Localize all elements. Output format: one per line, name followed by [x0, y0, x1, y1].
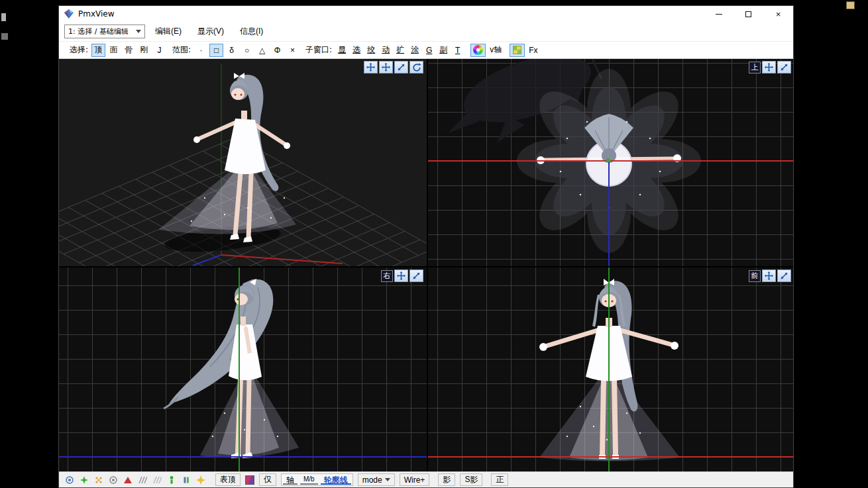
vaxis-toggle[interactable]: v轴: [487, 44, 504, 57]
subwindow-select-button[interactable]: 选: [350, 44, 363, 57]
chevron-down-icon: [385, 478, 390, 481]
close-button[interactable]: ×: [763, 6, 793, 22]
fx-toggle[interactable]: Fx: [526, 44, 540, 57]
subwindow-paint-button[interactable]: 涂: [408, 44, 421, 57]
view-label-front: 前: [749, 270, 761, 282]
display-mode-group: 轴 M/b 轮廓线: [281, 473, 353, 486]
pan-icon: [382, 63, 390, 72]
range-label: 范围:: [172, 44, 191, 56]
grid-icon: [513, 46, 521, 54]
orbit-icon: [412, 63, 421, 72]
axis-z-line: [608, 161, 610, 266]
maximize-button[interactable]: [733, 6, 763, 22]
viewport-right[interactable]: 右: [59, 268, 427, 471]
view-zoom-button[interactable]: [394, 61, 408, 73]
viewport-top[interactable]: 上: [428, 59, 793, 266]
select-bone-button[interactable]: 骨: [122, 44, 136, 57]
axis-y-line: [608, 268, 610, 471]
wire-plus-button[interactable]: Wire+: [400, 473, 430, 486]
hatch-light-icon[interactable]: [152, 475, 162, 485]
status-bar: 表顶 仅 轴 M/b 轮廓线 mode Wire+ 影 S影 正: [59, 471, 793, 487]
screen: PmxView × 1: 选择 / 基础编辑 编辑(E) 显示(V) 信息(I)…: [0, 0, 868, 488]
shadow-toggle[interactable]: 影: [438, 473, 455, 486]
character-model-top: [428, 59, 793, 266]
select-face-button[interactable]: 面: [107, 44, 121, 57]
view-pan-button[interactable]: [762, 269, 776, 282]
front-view-controls: 前: [749, 269, 791, 282]
viewport-area: 上: [59, 59, 793, 471]
viewport-perspective[interactable]: [59, 59, 427, 266]
figure-green-icon[interactable]: [166, 475, 176, 485]
character-model-front: [428, 268, 793, 471]
color-wheel-toggle[interactable]: [470, 44, 486, 57]
perspective-view-controls: [364, 61, 423, 73]
maximize-icon: [745, 11, 751, 17]
sparkle-green-icon[interactable]: [79, 475, 89, 485]
color-wheel-icon: [473, 45, 483, 55]
mb-toggle[interactable]: M/b: [300, 475, 318, 485]
select-rigid-button[interactable]: 刚: [137, 44, 151, 57]
subwindow-weave-button[interactable]: 绞: [364, 44, 378, 57]
view-orbit-button[interactable]: [409, 61, 423, 73]
subwindow-display-button[interactable]: 显: [335, 44, 349, 57]
menu-edit[interactable]: 编辑(E): [149, 23, 188, 40]
axis-x-line: [428, 456, 793, 458]
subwindow-extend-button[interactable]: 扩: [394, 44, 407, 57]
app-icon: [64, 9, 74, 19]
outline-toggle[interactable]: 轮廓线: [321, 475, 351, 485]
edit-mode-dropdown[interactable]: 1: 选择 / 基础编辑: [64, 24, 145, 38]
subwindow-motion-button[interactable]: 动: [379, 44, 392, 57]
character-model-perspective: [59, 59, 427, 266]
minimize-button[interactable]: [704, 6, 733, 22]
title-bar[interactable]: PmxView ×: [59, 6, 793, 22]
normal-button[interactable]: 正: [491, 473, 508, 486]
view-pan-button[interactable]: [762, 61, 776, 73]
menu-bar: 1: 选择 / 基础编辑 编辑(E) 显示(V) 信息(I): [59, 22, 793, 41]
view-zoom-button[interactable]: [777, 269, 791, 282]
radio-grey-icon[interactable]: [108, 475, 118, 485]
menu-view[interactable]: 显示(V): [191, 23, 230, 40]
menu-info[interactable]: 信息(I): [234, 23, 269, 40]
view-zoom-button[interactable]: [409, 269, 423, 282]
view-pan-button[interactable]: [364, 61, 378, 73]
mode-dropdown[interactable]: mode: [358, 473, 395, 486]
range-box-button[interactable]: □: [209, 44, 223, 57]
top-view-controls: 上: [749, 61, 791, 73]
material-color-swatch[interactable]: [245, 475, 254, 485]
range-triangle-button[interactable]: △: [255, 44, 269, 57]
subwindow-t-button[interactable]: T: [451, 44, 464, 57]
grid-view-toggle[interactable]: [510, 44, 525, 57]
range-phi-button[interactable]: Φ: [270, 44, 284, 57]
surface-top-button[interactable]: 表顶: [215, 473, 241, 486]
hatch-icon[interactable]: [137, 475, 147, 485]
range-clear-button[interactable]: ×: [286, 44, 299, 57]
background-artifact: [1, 33, 8, 40]
mode-label: mode: [362, 475, 382, 485]
subwindow-label: 子窗口:: [305, 44, 332, 56]
self-shadow-toggle[interactable]: S影: [460, 473, 482, 486]
toolbar: 选择: 顶 面 骨 刚 J 范围: · □ δ ○ △ Φ × 子窗口: 显 选…: [59, 41, 793, 59]
zoom-arrow-icon: [780, 63, 788, 72]
bars-icon[interactable]: [181, 475, 191, 485]
range-point-button[interactable]: ·: [194, 44, 208, 57]
dots-orange-icon[interactable]: [93, 475, 103, 485]
view-pan-button[interactable]: [394, 269, 408, 282]
triangle-red-icon[interactable]: [123, 475, 133, 485]
viewport-front[interactable]: 前: [428, 268, 793, 471]
view-zoom-button[interactable]: [777, 61, 791, 73]
axis-x-line: [428, 160, 793, 162]
select-vertex-button[interactable]: 顶: [91, 44, 105, 57]
subwindow-g-button[interactable]: G: [423, 44, 435, 57]
select-joint-button[interactable]: J: [152, 44, 166, 57]
pan-icon: [765, 271, 773, 280]
axis-toggle[interactable]: 轴: [283, 475, 298, 485]
range-lasso-button[interactable]: δ: [225, 44, 239, 57]
subwindow-sub-button[interactable]: 副: [437, 44, 450, 57]
axis-z-line: [59, 456, 427, 458]
radio-toggle-icon[interactable]: [64, 475, 74, 485]
view-move-button[interactable]: [379, 61, 393, 73]
axis-origin-dot: [606, 158, 610, 162]
range-circle-button[interactable]: ○: [240, 44, 254, 57]
only-button[interactable]: 仅: [259, 473, 276, 486]
star-yellow-icon[interactable]: [195, 475, 205, 485]
